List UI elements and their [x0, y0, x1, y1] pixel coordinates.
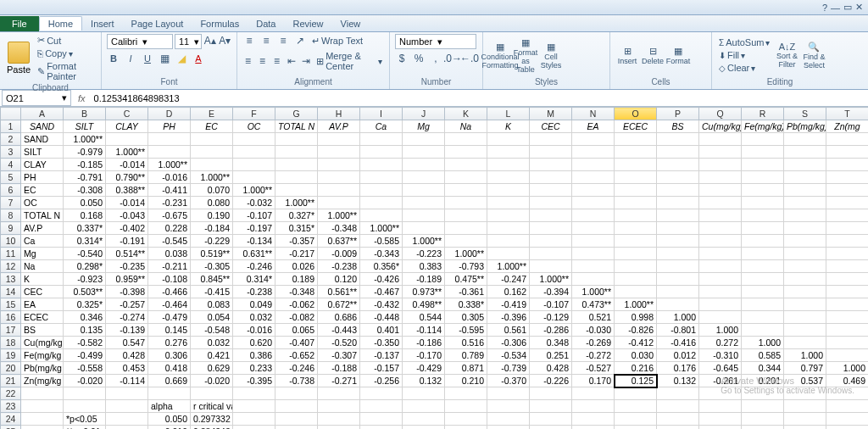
col-header[interactable]: D	[148, 108, 191, 120]
cell[interactable]: -0.419	[487, 298, 530, 311]
cell[interactable]	[826, 298, 869, 311]
cell[interactable]: -0.170	[403, 349, 445, 362]
cell[interactable]	[487, 146, 530, 159]
cell[interactable]: 0.356*	[360, 260, 403, 273]
cell[interactable]: 1.000**	[530, 273, 572, 286]
cell[interactable]: 0.383	[403, 260, 445, 273]
cell[interactable]: -0.274	[106, 311, 148, 324]
col-header[interactable]	[1, 108, 21, 120]
cell[interactable]	[530, 235, 572, 248]
cell[interactable]	[572, 209, 615, 222]
restore-icon[interactable]: ▭	[843, 2, 852, 13]
cell[interactable]	[826, 248, 869, 260]
cell[interactable]	[233, 387, 275, 400]
cell[interactable]	[530, 387, 572, 400]
cell[interactable]: 0.216	[615, 362, 657, 375]
cell[interactable]: -0.305	[191, 260, 233, 273]
row-header[interactable]: 23	[1, 400, 21, 413]
cell[interactable]: 0.120	[318, 273, 360, 286]
cell[interactable]: 0.503**	[64, 286, 106, 298]
cell[interactable]	[275, 184, 318, 197]
cell[interactable]	[572, 159, 615, 171]
cell[interactable]	[530, 171, 572, 184]
cell[interactable]: -0.238	[318, 260, 360, 273]
cell[interactable]: -0.466	[148, 286, 191, 298]
cell[interactable]: 0.631**	[233, 248, 275, 260]
align-mid-icon[interactable]: ≡	[259, 34, 273, 47]
row-header[interactable]: 12	[1, 260, 21, 273]
cell[interactable]: -0.272	[572, 349, 615, 362]
cell[interactable]	[572, 146, 615, 159]
cell[interactable]: 0.669	[148, 375, 191, 387]
cell[interactable]	[657, 159, 699, 171]
cell[interactable]	[360, 159, 403, 171]
cell[interactable]: 0.845**	[191, 273, 233, 286]
inc-decimal-icon[interactable]: .0→	[446, 52, 459, 65]
cell[interactable]: 0.032	[191, 337, 233, 349]
autosum-button[interactable]: Σ AutoSum ▾	[717, 36, 771, 48]
cell[interactable]: -0.082	[275, 311, 318, 324]
cell[interactable]	[657, 260, 699, 273]
cell[interactable]: 0.561	[487, 324, 530, 337]
cell[interactable]: -0.197	[233, 222, 275, 235]
cell[interactable]	[826, 222, 869, 235]
cell[interactable]	[615, 171, 657, 184]
cell[interactable]: -0.308	[64, 184, 106, 197]
format-painter-button[interactable]: ✎Format Painter	[36, 60, 96, 82]
cell[interactable]	[148, 133, 191, 146]
font-color-icon[interactable]: A	[192, 52, 205, 65]
cell[interactable]	[742, 209, 784, 222]
cell[interactable]: 0.686	[318, 311, 360, 324]
cell[interactable]	[657, 273, 699, 286]
cell[interactable]: Na	[445, 120, 487, 133]
cell[interactable]: 0.315*	[275, 222, 318, 235]
cell[interactable]: 1.000**	[360, 222, 403, 235]
cell[interactable]: -0.396	[487, 311, 530, 324]
wrap-text-button[interactable]: ↵Wrap Text	[310, 35, 364, 47]
cell[interactable]: 1.000	[742, 337, 784, 349]
cell[interactable]: 0.314*	[233, 273, 275, 286]
cell[interactable]	[784, 298, 826, 311]
cell[interactable]: Fe(mg/kg	[21, 349, 64, 362]
cell[interactable]: -0.256	[360, 375, 403, 387]
border-icon[interactable]: ▦	[158, 52, 171, 65]
cell[interactable]: SAND	[21, 133, 64, 146]
cell[interactable]	[530, 248, 572, 260]
cell[interactable]	[318, 146, 360, 159]
cell[interactable]	[615, 248, 657, 260]
cell[interactable]	[699, 235, 742, 248]
cell[interactable]	[784, 324, 826, 337]
cell[interactable]	[445, 184, 487, 197]
cell[interactable]: SILT	[64, 120, 106, 133]
cell[interactable]: -0.520	[318, 337, 360, 349]
cell[interactable]: -0.558	[64, 362, 106, 375]
cell[interactable]	[148, 146, 191, 159]
cell[interactable]: SAND	[21, 120, 64, 133]
indent-dec-icon[interactable]: ⇤	[286, 54, 297, 68]
delete-cells-button[interactable]: ⊟Delete	[641, 43, 665, 67]
cell[interactable]: -0.043	[106, 209, 148, 222]
cell[interactable]	[784, 286, 826, 298]
cell[interactable]: 0.521	[572, 311, 615, 324]
cell[interactable]	[615, 260, 657, 273]
cell[interactable]: -0.582	[64, 337, 106, 349]
col-header[interactable]: N	[572, 108, 615, 120]
cell[interactable]: 0.428	[106, 349, 148, 362]
cell[interactable]: 0.125	[615, 375, 657, 387]
cell[interactable]	[615, 159, 657, 171]
cell[interactable]	[360, 133, 403, 146]
cell[interactable]	[742, 146, 784, 159]
cell[interactable]: 1.000**	[233, 184, 275, 197]
cell[interactable]	[572, 260, 615, 273]
cell[interactable]	[784, 146, 826, 159]
cell[interactable]	[615, 133, 657, 146]
cell[interactable]	[826, 324, 869, 337]
cell[interactable]: -0.107	[530, 298, 572, 311]
cell[interactable]: -0.032	[233, 197, 275, 209]
cell[interactable]: 0.135	[64, 324, 106, 337]
cell[interactable]	[360, 197, 403, 209]
cell[interactable]	[487, 235, 530, 248]
tab-formulas[interactable]: Formulas	[192, 17, 248, 31]
cell[interactable]	[191, 159, 233, 171]
row-header[interactable]: 11	[1, 248, 21, 260]
